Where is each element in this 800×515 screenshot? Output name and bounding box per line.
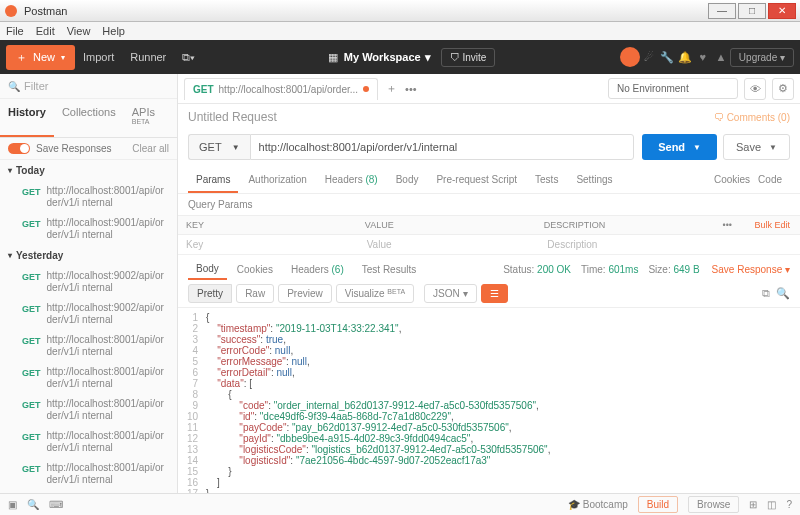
caret-down-icon: ▼	[232, 143, 240, 152]
two-pane-icon[interactable]: ◫	[767, 499, 776, 510]
request-section-tabs: Params Authorization Headers (8) Body Pr…	[178, 168, 800, 194]
workspace-selector[interactable]: My Workspace ▾	[344, 51, 431, 64]
status-bar: ▣ 🔍 ⌨ 🎓 Bootcamp Build Browse ⊞ ◫ ?	[0, 493, 800, 515]
view-visualize[interactable]: Visualize BETA	[336, 284, 414, 303]
send-button[interactable]: Send ▼	[642, 134, 717, 160]
history-item[interactable]: GEThttp://localhost:8001/api/order/v1/i …	[0, 490, 177, 493]
open-new-icon[interactable]: ⧉▾	[174, 47, 203, 68]
caret-down-icon: ▼	[769, 143, 777, 152]
comments-button[interactable]: 🗨 Comments (0)	[714, 112, 790, 123]
resp-tab-cookies[interactable]: Cookies	[229, 260, 281, 279]
tab-history[interactable]: History	[0, 99, 54, 137]
sidebar-tabs: History Collections APIs BETA	[0, 99, 177, 138]
bootcamp-button[interactable]: 🎓 Bootcamp	[568, 499, 628, 510]
import-button[interactable]: Import	[75, 47, 122, 67]
new-button[interactable]: ＋ New ▾	[6, 45, 75, 70]
tab-headers[interactable]: Headers (8)	[317, 168, 386, 193]
tab-collections[interactable]: Collections	[54, 99, 124, 137]
heart-icon[interactable]: ♥	[694, 51, 712, 63]
query-params-header: KEY VALUE DESCRIPTION ••• Bulk Edit	[178, 215, 800, 235]
history-item[interactable]: GEThttp://localhost:8001/api/order/v1/i …	[0, 394, 177, 426]
svg-point-0	[5, 5, 17, 17]
sync-icon[interactable]	[620, 47, 640, 67]
app-icon	[4, 4, 18, 18]
code-link[interactable]: Code	[758, 174, 782, 187]
close-button[interactable]: ✕	[768, 3, 796, 19]
copy-icon[interactable]: ⧉	[762, 287, 770, 300]
invite-button[interactable]: ⛉ Invite	[441, 48, 496, 67]
history-item[interactable]: GEThttp://localhost:8001/api/order/v1/i …	[0, 181, 177, 213]
query-param-row[interactable]: Key Value Description	[178, 235, 800, 255]
environment-selector[interactable]: No Environment	[608, 78, 738, 99]
history-item[interactable]: GEThttp://localhost:8001/api/order/v1/i …	[0, 458, 177, 490]
wrap-lines-icon[interactable]: ☰	[481, 284, 508, 303]
layout-icon[interactable]: ⊞	[749, 499, 757, 510]
history-item[interactable]: GEThttp://localhost:8001/api/order/v1/i …	[0, 362, 177, 394]
menu-help[interactable]: Help	[102, 25, 125, 37]
view-preview[interactable]: Preview	[278, 284, 332, 303]
caret-down-icon: ▾	[425, 51, 431, 64]
save-responses-toggle[interactable]	[8, 143, 30, 154]
clear-all-link[interactable]: Clear all	[132, 143, 169, 154]
minimize-button[interactable]: —	[708, 3, 736, 19]
menu-file[interactable]: File	[6, 25, 24, 37]
menu-edit[interactable]: Edit	[36, 25, 55, 37]
window-titlebar: Postman — □ ✕	[0, 0, 800, 22]
maximize-button[interactable]: □	[738, 3, 766, 19]
resp-tab-tests[interactable]: Test Results	[354, 260, 424, 279]
person-icon: ⛉	[450, 52, 460, 63]
history-item[interactable]: GEThttp://localhost:8001/api/order/v1/i …	[0, 426, 177, 458]
notification-icon[interactable]: 🔔	[676, 51, 694, 64]
console-icon[interactable]: ▣	[8, 499, 17, 510]
request-tab[interactable]: GET http://localhost:8001/api/order...	[184, 78, 378, 100]
caret-down-icon: ▾	[61, 53, 65, 62]
tab-authorization[interactable]: Authorization	[240, 168, 314, 193]
filter-input[interactable]: Filter	[0, 74, 177, 99]
tab-options-button[interactable]: •••	[405, 83, 417, 95]
capture-icon[interactable]: ☄	[640, 51, 658, 64]
runner-button[interactable]: Runner	[122, 47, 174, 67]
response-body[interactable]: 1{2 "timestamp": "2019-11-03T14:33:22.34…	[178, 308, 800, 493]
settings-icon[interactable]: 🔧	[658, 51, 676, 64]
tab-body[interactable]: Body	[388, 168, 427, 193]
tab-params[interactable]: Params	[188, 168, 238, 193]
history-item[interactable]: GEThttp://localhost:8001/api/order/v1/i …	[0, 330, 177, 362]
history-list: TodayGEThttp://localhost:8001/api/order/…	[0, 160, 177, 493]
request-title[interactable]: Untitled Request	[188, 110, 277, 124]
account-icon[interactable]: ▲	[712, 51, 730, 63]
history-group[interactable]: Today	[0, 160, 177, 181]
browse-tab[interactable]: Browse	[688, 496, 739, 513]
save-button[interactable]: Save ▼	[723, 134, 790, 160]
view-pretty[interactable]: Pretty	[188, 284, 232, 303]
tab-settings-req[interactable]: Settings	[568, 168, 620, 193]
search-icon[interactable]: 🔍	[776, 287, 790, 300]
cookies-link[interactable]: Cookies	[714, 174, 750, 187]
history-group[interactable]: Yesterday	[0, 245, 177, 266]
tab-apis[interactable]: APIs BETA	[124, 99, 177, 137]
help-icon[interactable]: ?	[786, 499, 792, 510]
save-response-button[interactable]: Save Response ▾	[712, 264, 790, 275]
environment-settings-icon[interactable]: ⚙	[772, 78, 794, 100]
resp-tab-body[interactable]: Body	[188, 259, 227, 280]
menu-view[interactable]: View	[67, 25, 91, 37]
format-selector[interactable]: JSON ▾	[424, 284, 476, 303]
qp-options-icon[interactable]: •••	[715, 216, 740, 234]
sb-console-icon[interactable]: ⌨	[49, 499, 63, 510]
build-tab[interactable]: Build	[638, 496, 678, 513]
upgrade-button[interactable]: Upgrade ▾	[730, 48, 794, 67]
find-icon[interactable]: 🔍	[27, 499, 39, 510]
history-item[interactable]: GEThttp://localhost:9002/api/order/v1/i …	[0, 298, 177, 330]
response-view-toolbar: Pretty Raw Preview Visualize BETA JSON ▾…	[178, 280, 800, 308]
tab-prerequest[interactable]: Pre-request Script	[428, 168, 525, 193]
bulk-edit-link[interactable]: Bulk Edit	[740, 216, 800, 234]
environment-quicklook-icon[interactable]: 👁	[744, 78, 766, 100]
view-raw[interactable]: Raw	[236, 284, 274, 303]
method-selector[interactable]: GET ▼	[188, 134, 250, 160]
history-item[interactable]: GEThttp://localhost:9001/api/order/v1/i …	[0, 213, 177, 245]
response-tabs: Body Cookies Headers (6) Test Results St…	[178, 255, 800, 280]
add-tab-button[interactable]: ＋	[378, 81, 405, 96]
resp-tab-headers[interactable]: Headers (6)	[283, 260, 352, 279]
history-item[interactable]: GEThttp://localhost:9002/api/order/v1/i …	[0, 266, 177, 298]
url-input[interactable]: http://localhost:8001/api/order/v1/inter…	[250, 134, 635, 160]
tab-tests[interactable]: Tests	[527, 168, 566, 193]
